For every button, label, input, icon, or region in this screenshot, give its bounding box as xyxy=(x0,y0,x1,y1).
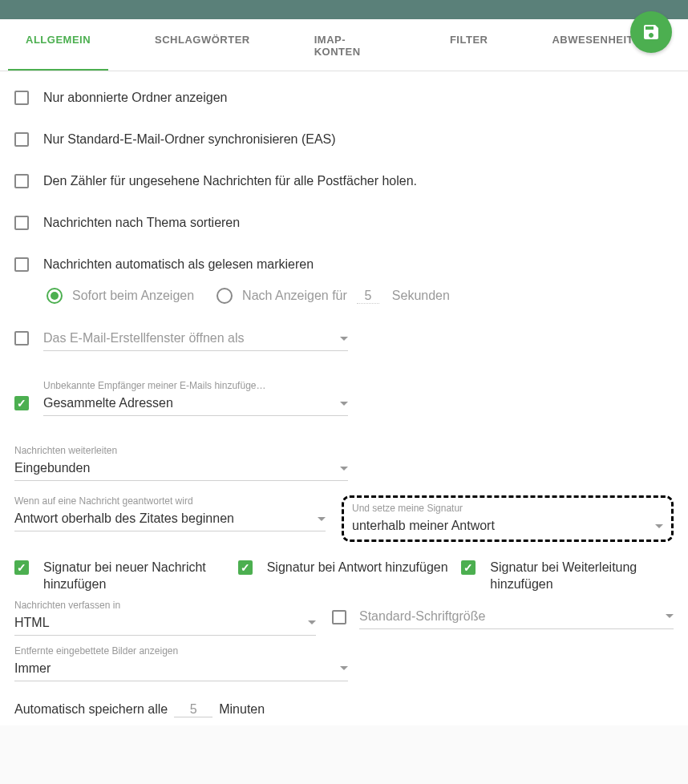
select-compose-format[interactable]: HTML xyxy=(14,612,316,636)
save-icon xyxy=(641,22,661,42)
chevron-down-icon xyxy=(340,666,348,670)
select-compose-window[interactable]: Das E-Mail-Erstellfenster öffnen als xyxy=(43,328,348,351)
chevron-down-icon xyxy=(340,467,348,471)
save-button[interactable] xyxy=(630,11,672,53)
select-unknown-recipients[interactable]: Gesammelte Adressen xyxy=(43,393,348,416)
content: Nur abonnierte Ordner anzeigen Nur Stand… xyxy=(0,71,688,725)
label-unseen-counter: Den Zähler für ungesehene Nachrichten fü… xyxy=(43,174,417,188)
select-font-size[interactable]: Standard-Schriftgröße xyxy=(359,606,674,629)
autosave-suffix: Minuten xyxy=(219,702,265,717)
radio-after-delay[interactable] xyxy=(217,288,233,304)
label-sig-new: Signatur bei neuer Nachricht hinzufügen xyxy=(43,560,227,593)
unknown-recipients-label: Unbekannte Empfänger meiner E-Mails hinz… xyxy=(43,380,348,391)
header-bar xyxy=(0,0,688,19)
select-reply-value: Antwort oberhalb des Zitates beginnen xyxy=(14,511,234,526)
select-signature-place[interactable]: unterhalb meiner Antwort xyxy=(352,515,663,533)
label-auto-read: Nachrichten automatisch als gelesen mark… xyxy=(43,257,314,272)
autosave-prefix: Automatisch speichern alle xyxy=(14,702,168,717)
select-compose-format-value: HTML xyxy=(14,616,50,630)
chevron-down-icon xyxy=(340,337,348,341)
chevron-down-icon xyxy=(655,524,663,528)
radio-after-prefix: Nach Anzeigen für xyxy=(242,289,347,303)
checkbox-unknown-recipients[interactable] xyxy=(14,396,29,410)
tab-filter[interactable]: FILTER xyxy=(432,19,506,71)
radio-immediate[interactable] xyxy=(47,288,63,304)
tabs: ALLGEMEIN SCHLAGWÖRTER IMAP-KONTEN FILTE… xyxy=(0,19,688,71)
label-sort-thread: Nachrichten nach Thema sortieren xyxy=(43,216,240,230)
autosave-input[interactable] xyxy=(174,702,212,717)
autosave-row: Automatisch speichern alle Minuten xyxy=(14,702,674,717)
select-remote-images-value: Immer xyxy=(14,661,51,676)
checkbox-font-size[interactable] xyxy=(332,610,346,624)
forward-label: Nachrichten weiterleiten xyxy=(14,445,348,456)
select-unknown-recipients-value: Gesammelte Adressen xyxy=(43,396,173,410)
chevron-down-icon xyxy=(340,402,348,406)
tab-imap[interactable]: IMAP-KONTEN xyxy=(297,19,403,71)
checkbox-sig-reply[interactable] xyxy=(238,560,253,575)
checkbox-sig-forward[interactable] xyxy=(461,560,476,575)
reply-label: Wenn auf eine Nachricht geantwortet wird xyxy=(14,495,326,507)
select-compose-window-value: Das E-Mail-Erstellfenster öffnen als xyxy=(43,331,244,346)
label-subscribed-only: Nur abonnierte Ordner anzeigen xyxy=(43,91,227,105)
checkbox-sort-thread[interactable] xyxy=(14,216,29,230)
label-standard-sync: Nur Standard-E-Mail-Ordner synchronisier… xyxy=(43,132,336,147)
tab-tags[interactable]: SCHLAGWÖRTER xyxy=(137,19,268,71)
checkbox-sig-new[interactable] xyxy=(14,560,29,575)
radio-after-suffix: Sekunden xyxy=(392,289,450,303)
radio-immediate-label: Sofort beim Anzeigen xyxy=(72,289,194,303)
select-signature-place-value: unterhalb meiner Antwort xyxy=(352,519,495,533)
auto-read-radio-group: Sofort beim Anzeigen Nach Anzeigen für S… xyxy=(14,288,674,304)
chevron-down-icon xyxy=(308,620,316,624)
chevron-down-icon xyxy=(318,517,326,521)
checkbox-auto-read[interactable] xyxy=(14,257,29,272)
remote-images-label: Entfernte eingebettete Bilder anzeigen xyxy=(14,645,348,657)
signature-place-label: Und setze meine Signatur xyxy=(352,503,663,514)
checkbox-unseen-counter[interactable] xyxy=(14,174,29,188)
label-sig-forward: Signatur bei Weiterleitung hinzufügen xyxy=(490,560,674,593)
signature-placement-highlight: Und setze meine Signatur unterhalb meine… xyxy=(342,495,674,542)
tab-general[interactable]: ALLGEMEIN xyxy=(8,19,108,71)
checkbox-subscribed-only[interactable] xyxy=(14,91,29,105)
select-remote-images[interactable]: Immer xyxy=(14,658,348,681)
checkbox-standard-sync[interactable] xyxy=(14,132,29,147)
select-font-size-value: Standard-Schriftgröße xyxy=(359,609,485,624)
delay-seconds-input[interactable] xyxy=(357,289,379,304)
select-reply[interactable]: Antwort oberhalb des Zitates beginnen xyxy=(14,508,326,531)
select-forward-value: Eingebunden xyxy=(14,461,90,475)
compose-format-label: Nachrichten verfassen in xyxy=(14,600,316,611)
checkbox-compose-window[interactable] xyxy=(14,331,29,346)
label-sig-reply: Signatur bei Antwort hinzufügen xyxy=(267,560,448,576)
chevron-down-icon xyxy=(666,614,674,618)
select-forward[interactable]: Eingebunden xyxy=(14,458,348,481)
